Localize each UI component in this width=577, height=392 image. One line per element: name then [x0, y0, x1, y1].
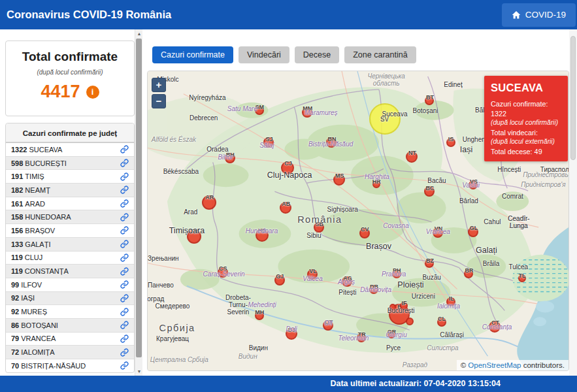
- map-city-label: Comrat: [502, 192, 523, 199]
- map-city-label: Ceadîr- Lunga: [508, 215, 529, 229]
- table-row: 1322SUCEAVA: [6, 143, 134, 157]
- county-count: 79: [11, 335, 19, 342]
- county-link-icon[interactable]: [120, 172, 129, 181]
- map-city-label: Békéscsaba: [163, 168, 199, 175]
- county-cell: 70BISTRIȚA-NĂSĂUD: [11, 362, 120, 370]
- county-link-icon[interactable]: [120, 226, 129, 235]
- county-cell: 133GALAȚI: [11, 240, 120, 248]
- map-region-label: Придністров'я: [521, 181, 565, 188]
- map-city-label: Ungheni: [463, 135, 487, 142]
- county-cell: 182NEAMȚ: [11, 186, 120, 194]
- home-button-label: COVID-19: [525, 10, 566, 20]
- map-city-label: Cluj-Napoca: [267, 171, 312, 180]
- map-city-label: Brăila: [483, 260, 500, 267]
- county-name: MUREȘ: [21, 308, 47, 316]
- zoom-out-button[interactable]: −: [152, 94, 166, 108]
- footer-bar: Data ultimei actualizari: 07-04-2020 13:…: [0, 376, 577, 392]
- tab-zone-carantina[interactable]: Zone carantină: [344, 46, 416, 63]
- county-link-icon[interactable]: [120, 348, 129, 357]
- table-row: 70BISTRIȚA-NĂSĂUD: [6, 359, 134, 373]
- map-county-label: Argeș: [338, 278, 355, 286]
- table-row: 92MUREȘ: [6, 305, 134, 319]
- map-city-label: Brașov: [366, 242, 391, 251]
- map-city-label: Cahul: [484, 218, 501, 225]
- county-link-icon[interactable]: [120, 186, 129, 194]
- map-panel[interactable]: SVSMMMBHSJBNCJMSARABBTISNTHRBCVSTMHDSBCS…: [147, 71, 569, 371]
- total-confirmed-card: Total confirmate (după locul confirmării…: [5, 41, 135, 116]
- map-city-label: Debrecen: [190, 114, 218, 121]
- covid19-home-button[interactable]: COVID-19: [502, 3, 576, 27]
- table-row: 161ARAD: [6, 197, 134, 211]
- county-link-icon[interactable]: [120, 199, 129, 208]
- map-zoom-control: + −: [152, 78, 166, 110]
- county-link-icon[interactable]: [120, 308, 129, 316]
- county-name: IAȘI: [21, 294, 35, 302]
- map-county-label: Harghita: [365, 173, 389, 180]
- openstreetmap-link[interactable]: OpenStreetMap: [468, 361, 521, 369]
- county-name: BISTRIȚA-NĂSĂUD: [21, 362, 86, 370]
- map-city-label: Bârlad: [459, 197, 478, 204]
- county-link-icon[interactable]: [120, 159, 129, 167]
- county-link-icon[interactable]: [120, 335, 129, 343]
- scroll-up-arrow-icon[interactable]: ▲: [135, 29, 143, 38]
- county-link-icon[interactable]: [120, 280, 129, 289]
- county-link-icon[interactable]: [120, 145, 129, 154]
- attribution-prefix: ©: [461, 361, 469, 369]
- county-link-icon[interactable]: [120, 361, 129, 370]
- map-city-label: Oradea: [206, 145, 228, 152]
- county-count: 156: [11, 227, 23, 235]
- zoom-in-button[interactable]: +: [152, 78, 166, 92]
- county-name: ILFOV: [21, 281, 42, 289]
- table-row: 191TIMIȘ: [6, 170, 134, 184]
- map-city-label: Suceava: [382, 110, 408, 117]
- county-table-header: Cazuri confirmate pe județ: [6, 123, 134, 143]
- map-county-label: Satu Mare: [227, 105, 257, 112]
- map-city-label: оград: [147, 295, 164, 302]
- county-count: 191: [11, 172, 23, 180]
- map-county-label: Constanța: [482, 323, 512, 331]
- county-name: NEAMȚ: [25, 186, 50, 194]
- sidebar-scrollbar[interactable]: ▲ ▼: [135, 29, 142, 376]
- county-count: 92: [11, 308, 19, 316]
- tab-decese[interactable]: Decese: [295, 46, 339, 63]
- window-scrollbar-thumb[interactable]: [570, 36, 576, 160]
- info-icon[interactable]: i: [86, 86, 99, 99]
- county-count: 72: [11, 348, 19, 356]
- table-row: 86BOTOȘANI: [6, 319, 134, 333]
- total-card-subtitle: (după locul confirmării): [6, 69, 134, 76]
- county-link-icon[interactable]: [120, 213, 129, 221]
- county-link-icon[interactable]: [120, 240, 129, 248]
- county-count: 598: [11, 159, 23, 167]
- map-city-label: Крагујевац: [156, 335, 189, 342]
- county-name: GALAȚI: [25, 240, 50, 248]
- map-city-label: Зрењанин: [148, 254, 178, 261]
- window-scrollbar[interactable]: [569, 29, 577, 376]
- county-link-icon[interactable]: [120, 267, 129, 276]
- scroll-down-arrow-icon[interactable]: ▼: [135, 367, 143, 376]
- county-link-icon[interactable]: [120, 321, 129, 329]
- county-count: 158: [11, 213, 23, 221]
- map-city-label: Iași: [460, 145, 472, 154]
- tooltip-deaths: Total decese: 49: [491, 147, 561, 157]
- map-city-label: București: [387, 307, 415, 314]
- county-cell: 72IALOMIȚA: [11, 348, 120, 356]
- map-city-label: Sighișoara: [327, 206, 358, 213]
- map-city-label: Ploiești: [397, 280, 423, 289]
- county-cell: 1322SUCEAVA: [11, 146, 120, 154]
- map-county-label: Covasna: [383, 221, 408, 229]
- map-city-label: Călărași: [440, 331, 464, 338]
- tab-cazuri-confirmate[interactable]: Cazuri confirmate: [152, 46, 233, 63]
- county-count: 133: [11, 240, 23, 248]
- map-city-label: Србија: [159, 323, 195, 333]
- map-county-label: Caraș-Severin: [203, 270, 245, 277]
- county-cell: 191TIMIȘ: [11, 172, 120, 180]
- county-cell: 119CLUJ: [11, 253, 120, 261]
- tab-vindecari[interactable]: Vindecări: [239, 46, 289, 63]
- county-link-icon[interactable]: [120, 253, 129, 262]
- county-name: ARAD: [25, 200, 45, 208]
- tooltip-title: SUCEAVA: [491, 82, 561, 94]
- county-count: 161: [11, 200, 23, 208]
- county-link-icon[interactable]: [120, 294, 129, 302]
- sidebar-scrollbar-thumb[interactable]: [136, 39, 142, 357]
- navbar: Coronavirus COVID-19 România COVID-19: [0, 0, 577, 29]
